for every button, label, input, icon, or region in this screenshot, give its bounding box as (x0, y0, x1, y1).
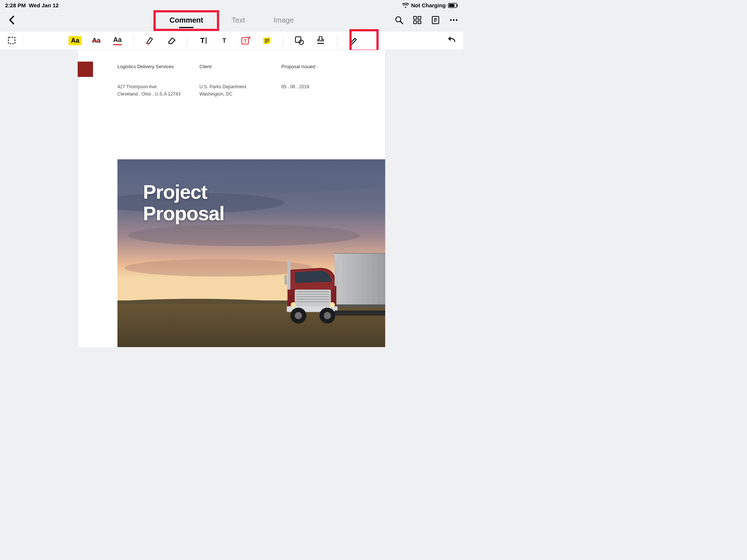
document-canvas[interactable]: Logistics Delivery Services 427 Thompson… (0, 50, 463, 347)
annotation-toolbar: Aa Aa Aa T T T (0, 31, 463, 50)
select-area-tool[interactable] (4, 34, 20, 47)
tab-image[interactable]: Image (272, 13, 295, 27)
svg-text:T: T (244, 39, 247, 44)
svg-point-61 (324, 312, 331, 319)
status-bar: 2:28 PM Wed Jan 12 Not Charging (0, 0, 463, 9)
svg-rect-8 (418, 21, 421, 24)
stamp-tool[interactable] (313, 34, 329, 47)
svg-point-54 (330, 302, 335, 307)
separator (283, 35, 283, 46)
tab-comment[interactable]: Comment (168, 13, 205, 27)
svg-rect-5 (414, 16, 417, 19)
svg-rect-55 (287, 261, 290, 289)
svg-point-3 (396, 17, 401, 22)
status-time: 2:28 PM (5, 2, 26, 8)
company-address-1: 427 Thompson Ave. (117, 83, 200, 90)
client-address: Washington, DC (200, 90, 282, 98)
text-cursor-tool[interactable]: T (196, 34, 212, 47)
issued-label: Proposal Issued : (281, 63, 363, 71)
ink-tool[interactable] (142, 34, 158, 47)
underline-tool[interactable]: Aa (109, 34, 125, 47)
svg-rect-62 (334, 311, 385, 316)
eraser-tool[interactable] (163, 34, 179, 47)
status-charging: Not Charging (411, 2, 446, 8)
svg-point-15 (456, 19, 458, 21)
tab-label: Image (274, 16, 294, 24)
tab-text[interactable]: Text (230, 13, 247, 27)
separator (187, 35, 187, 46)
text-tool[interactable]: T (217, 34, 233, 47)
bookmarks-button[interactable] (430, 15, 441, 25)
search-button[interactable] (394, 15, 404, 25)
svg-rect-25 (295, 37, 301, 42)
client-label: Client (200, 63, 282, 71)
note-tool[interactable] (259, 34, 275, 47)
underline-aa-icon: Aa (113, 36, 121, 45)
hero-image: Project Proposal (117, 159, 385, 347)
document-page: Logistics Delivery Services 427 Thompson… (78, 50, 385, 347)
svg-point-32 (125, 259, 313, 277)
svg-rect-56 (334, 261, 337, 286)
hero-title-line2: Proposal (143, 203, 224, 224)
svg-point-31 (128, 225, 360, 246)
svg-point-59 (295, 312, 302, 319)
svg-rect-33 (117, 300, 385, 347)
client-name: U.S. Parks Department (200, 83, 282, 90)
more-button[interactable] (449, 15, 459, 25)
highlight-tool[interactable]: Aa (67, 34, 83, 47)
svg-rect-1 (449, 4, 454, 7)
svg-rect-16 (8, 37, 15, 44)
status-date: Wed Jan 12 (29, 2, 59, 8)
top-nav: Comment Text Image (0, 9, 463, 31)
strikethrough-tool[interactable]: Aa (88, 34, 104, 47)
text-box-tool[interactable]: T (238, 34, 254, 47)
separator (133, 35, 134, 46)
undo-button[interactable] (444, 34, 460, 47)
battery-icon (448, 3, 458, 8)
separator (337, 35, 337, 46)
svg-point-14 (453, 19, 455, 21)
svg-point-53 (291, 302, 296, 307)
brand-mark (78, 62, 93, 77)
svg-rect-7 (414, 21, 417, 24)
svg-rect-2 (457, 4, 458, 7)
svg-line-4 (400, 22, 403, 24)
svg-text:T: T (200, 36, 205, 44)
hero-title-line1: Project (143, 181, 224, 203)
thumbnails-button[interactable] (412, 15, 422, 25)
signature-tool[interactable] (345, 34, 361, 47)
company-address-2: Cleveland , Ohio , U.S.A 12743 (117, 90, 200, 98)
svg-point-13 (450, 19, 452, 21)
strike-aa-icon: Aa (92, 37, 100, 44)
tab-label: Text (232, 16, 245, 24)
separator (23, 35, 23, 46)
shape-tool[interactable] (291, 34, 307, 47)
svg-rect-57 (285, 275, 287, 285)
company-label: Logistics Delivery Services (117, 63, 200, 71)
issued-date: 05 . 06 . 2019 (281, 83, 363, 90)
back-button[interactable] (4, 15, 19, 25)
svg-rect-6 (418, 16, 421, 19)
tab-label: Comment (170, 16, 203, 24)
svg-text:T: T (222, 38, 226, 44)
highlight-aa-icon: Aa (69, 36, 81, 45)
wifi-icon (402, 3, 409, 8)
